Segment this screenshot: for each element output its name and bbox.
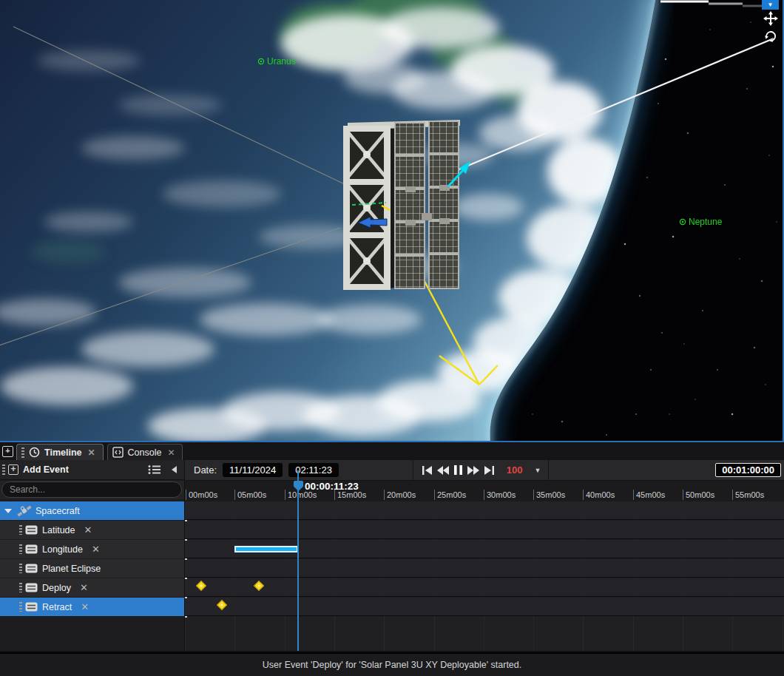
close-icon[interactable]: ✕ [78,583,89,593]
duration-field[interactable]: 00:01:00:00 [715,463,781,477]
track-list: Spacecraft Latitude ✕ Longit [0,501,184,617]
search-input[interactable] [1,481,182,498]
date-label: Date: [194,464,217,476]
grid-row-spacecraft[interactable] [185,501,784,520]
add-panel-button[interactable]: + [2,446,13,457]
ruler-tick: 20m00s [384,490,416,500]
close-icon[interactable]: ✕ [82,525,93,535]
toolbar-divider [413,460,413,481]
longitude-event-bar[interactable] [234,546,298,552]
status-bar: User Event 'Deploy' for 'Solar Panel 3U … [0,652,784,676]
camera-dropdown-button[interactable]: ▼ [762,0,779,10]
plus-icon: + [5,446,10,455]
timeline-grid[interactable]: Date: 11/11/2024 02:11:23 [185,460,784,651]
console-icon [112,447,124,458]
skip-end-icon [484,466,494,475]
tab-console[interactable]: Console ✕ [107,444,183,460]
date-field[interactable]: 11/11/2024 [223,463,283,477]
time-ruler[interactable]: 00m00s 05m00s 10m00s 15m00s 20m00s 25m00… [185,481,784,501]
skip-to-end-button[interactable] [484,466,494,475]
skip-start-icon [422,466,432,475]
pause-button[interactable] [454,465,462,475]
ruler-tick: 50m00s [683,490,714,500]
add-event-button[interactable]: + [8,464,18,475]
close-icon[interactable]: ✕ [166,447,176,458]
playback-controls: 100 ▼ [422,464,541,476]
rotate-tool-button[interactable] [763,28,779,44]
view-list-icon[interactable] [148,464,161,475]
status-message: User Event 'Deploy' for 'Solar Panel 3U … [263,660,521,670]
timeline-toolbar: Date: 11/11/2024 02:11:23 [185,460,784,481]
event-card-icon [25,544,38,554]
track-row-deploy[interactable]: Deploy ✕ [0,578,184,597]
move-icon [763,11,778,26]
ruler-tick: 05m00s [234,490,266,500]
ruler-tick: 00m00s [186,490,217,500]
tab-label: Timeline [44,447,81,458]
time-field[interactable]: 02:11:23 [288,463,339,477]
playhead-time-label: 00:00:11:23 [305,481,359,492]
search-row [0,481,184,499]
application-window: Uranus Neptune ▼ [0,0,784,676]
drag-handle-icon [2,464,5,475]
playhead-line[interactable] [297,470,299,651]
rotate-icon [763,29,778,44]
drag-handle-icon [21,447,24,458]
drag-handle-icon [19,544,22,554]
track-label: Latitude [42,525,75,535]
ruler-tick: 55m00s [732,490,764,500]
close-icon[interactable]: ✕ [90,544,101,555]
track-row-planet-eclipse[interactable]: Planet Eclipse [0,559,184,578]
collapse-panel-icon[interactable] [172,466,177,473]
toolbar-divider [548,460,549,481]
tab-label: Console [128,447,162,458]
3d-viewport[interactable]: Uranus Neptune ▼ [0,0,784,442]
satellite-icon [16,505,33,517]
grid-row-latitude[interactable] [185,521,784,539]
grid-row-planet-eclipse[interactable] [185,559,784,578]
close-icon[interactable]: ✕ [79,602,90,612]
spacecraft-model [343,120,470,290]
rewind-button[interactable] [437,466,449,475]
grid-row-retract[interactable] [185,598,784,616]
pause-icon [454,465,462,475]
speed-dropdown-caret-icon[interactable]: ▼ [535,467,541,474]
skip-to-start-button[interactable] [422,466,432,475]
add-event-label[interactable]: Add Event [23,464,69,475]
plus-icon: + [10,464,16,474]
track-row-retract[interactable]: Retract ✕ [0,598,184,616]
drag-handle-icon [19,602,22,612]
ruler-tick: 30m00s [484,490,516,500]
track-row-longitude[interactable]: Longitude ✕ [0,540,184,558]
drag-handle-icon [19,583,22,592]
timeline-track-panel: + Add Event [0,460,184,651]
close-icon[interactable]: ✕ [86,447,96,458]
ruler-tick: 25m00s [434,490,466,500]
grid-row-deploy[interactable] [185,578,784,597]
ruler-tick: 35m00s [533,490,565,500]
event-card-icon [25,602,38,612]
timeline-rows-area[interactable] [185,501,784,651]
earth-orbit-scene [0,0,783,441]
add-event-row: + Add Event [0,460,184,480]
track-label: Longitude [42,544,83,555]
expand-caret-icon[interactable] [4,509,12,513]
chevron-down-icon: ▼ [768,1,774,8]
ruler-tick: 45m00s [633,490,665,500]
speed-value[interactable]: 100 [507,464,523,476]
fast-forward-button[interactable] [467,466,479,475]
clock-icon [29,447,40,458]
drag-handle-icon [19,564,22,573]
track-label: Deploy [42,583,71,593]
panel-tab-bar: + Timeline ✕ Console ✕ [0,442,784,460]
track-row-spacecraft[interactable]: Spacecraft [0,501,184,520]
event-card-icon [25,564,38,573]
tab-timeline[interactable]: Timeline ✕ [16,444,104,460]
rewind-icon [437,466,449,475]
track-label: Spacecraft [36,506,80,516]
fast-forward-icon [467,466,479,475]
track-label: Retract [42,602,72,612]
track-row-latitude[interactable]: Latitude ✕ [0,521,184,539]
event-card-icon [25,583,38,592]
move-tool-button[interactable] [763,10,779,27]
